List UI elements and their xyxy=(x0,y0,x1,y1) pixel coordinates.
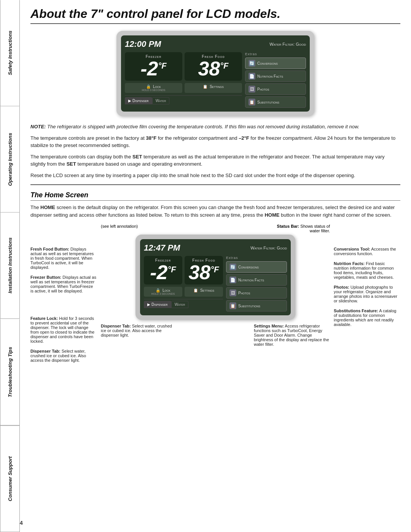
lcd-screen-top: 12:00 PM Water Filter: Good Freezer -2°F… xyxy=(121,35,310,112)
photos-btn-bottom[interactable]: 🖼 Photos xyxy=(226,287,287,299)
lcd-status-top: Water Filter: Good xyxy=(269,42,306,46)
substitutions-icon-bottom: 📋 xyxy=(229,302,236,309)
nutrition-btn-bottom[interactable]: 📄 Nutrition Facts xyxy=(226,274,287,286)
substitutions-icon-top: 📋 xyxy=(249,99,255,105)
page-number: 4 xyxy=(20,520,23,526)
lock-btn-bottom[interactable]: 🔒 Lock HOLD 3 SECONDS xyxy=(144,287,182,297)
conversions-icon-top: 🔄 xyxy=(249,60,255,67)
annot-fresh-food: Fresh Food Button: Displays actual as we… xyxy=(30,247,97,270)
home-screen-heading: The Home Screen xyxy=(30,191,400,201)
conversions-icon-bottom: 🔄 xyxy=(229,264,236,270)
page-title: About the 7" control panel for LCD model… xyxy=(30,7,400,24)
water-tab-top[interactable]: Water xyxy=(152,97,170,104)
nutrition-icon-top: 📄 xyxy=(249,73,255,80)
annot-status-bar: Status Bar: Shows status of water filter… xyxy=(269,224,330,233)
annot-photos-right: Photos: Upload photographs to your refri… xyxy=(334,285,400,303)
lcd-status-bottom: Water Filter: Good xyxy=(250,246,287,250)
annot-substitutions-right: Substitutions Feature: A catalog of subs… xyxy=(334,308,400,327)
extras-panel-bottom: Extras 🔄 Conversions 📄 Nutrition Facts 🖼 xyxy=(226,256,287,312)
freezer-temp-bottom: -2°F xyxy=(145,262,181,282)
substitutions-btn-top[interactable]: 📋 Substitutions xyxy=(245,96,306,108)
photos-icon-bottom: 🖼 xyxy=(229,289,236,296)
lcd-panel-top: 12:00 PM Water Filter: Good Freezer -2°F… xyxy=(116,31,314,116)
fresh-food-temp-top: 38°F xyxy=(186,59,241,78)
nutrition-icon-bottom: 📄 xyxy=(229,276,236,283)
sidebar-tab-installation[interactable]: Installation Instructions xyxy=(0,212,20,319)
sidebar-tab-consumer[interactable]: Consumer Support xyxy=(0,425,20,532)
sidebar: Safety Instructions Operating Instructio… xyxy=(0,0,20,532)
conversions-btn-bottom[interactable]: 🔄 Conversions xyxy=(226,261,287,273)
home-screen-body: The HOME screen is the default display o… xyxy=(30,204,400,219)
photos-btn-top[interactable]: 🖼 Photos xyxy=(245,83,306,95)
annot-conversions-right: Conversions Tool: Accesses the conversio… xyxy=(334,247,400,256)
extras-panel-top: Extras 🔄 Conversions 📄 Nutrition Facts 🖼… xyxy=(245,52,306,108)
note2: The temperature controls are preset in t… xyxy=(30,134,400,149)
diagram-section: Fresh Food Button: Displays actual as we… xyxy=(30,224,400,363)
annot-dispenser-bottom: Dispenser Tab: Select water, crushed ice… xyxy=(101,324,177,347)
lcd-time-top: 12:00 PM xyxy=(125,39,161,49)
annot-feature-lock: Feature Lock: Hold for 3 seconds to prev… xyxy=(30,316,97,343)
nutrition-btn-top[interactable]: 📄 Nutrition Facts xyxy=(245,70,306,82)
fresh-food-section-bottom: Fresh Food 38°F xyxy=(185,256,223,284)
sidebar-tab-troubleshooting[interactable]: Troubleshooting Tips xyxy=(0,319,20,425)
note4: Reset the LCD screen at any time by inse… xyxy=(30,172,400,179)
note3: The temperature controls can display bot… xyxy=(30,153,400,168)
annot-nutrition-right: Nutrition Facts: Find basic nutrition in… xyxy=(334,261,400,280)
lock-btn-top[interactable]: 🔒 Lock HOLD 3 SECONDS xyxy=(125,83,182,93)
water-tab-bottom[interactable]: Water xyxy=(171,301,189,308)
settings-btn-bottom[interactable]: 📋 Settings xyxy=(185,287,223,297)
freezer-temp-top: -2°F xyxy=(126,59,181,78)
fresh-food-temp-bottom: 38°F xyxy=(186,262,221,282)
section-divider xyxy=(30,184,400,185)
sidebar-tab-operating[interactable]: Operating Instructions xyxy=(0,106,20,212)
sidebar-tab-safety[interactable]: Safety Instructions xyxy=(0,0,20,106)
freezer-section-bottom: Freezer -2°F xyxy=(144,256,182,284)
annot-dispenser-tab: Dispenser Tab: Select water, crushed ice… xyxy=(30,349,97,363)
lcd-time-bottom: 12:47 PM xyxy=(144,243,180,253)
annot-freezer-btn: Freezer Button: Displays actual as well … xyxy=(30,275,97,293)
annot-fresh-food-top: (see left annotation) xyxy=(101,224,138,233)
conversions-btn-top[interactable]: 🔄 Conversions xyxy=(245,58,306,69)
substitutions-btn-bottom[interactable]: 📋 Substitutions xyxy=(226,300,287,312)
top-annotations: (see left annotation) Status Bar: Shows … xyxy=(101,224,330,233)
photos-icon-top: 🖼 xyxy=(249,86,255,93)
dispenser-tab-top[interactable]: ▶ Dispenser xyxy=(125,97,152,104)
annot-settings-bottom: Settings Menu: Access refrigerator funct… xyxy=(254,324,330,347)
note1: NOTE: The refrigerator is shipped with p… xyxy=(30,123,400,131)
freezer-section-top: Freezer -2°F xyxy=(125,52,182,81)
lcd-panel-bottom: 12:47 PM Water Filter: Good Freezer -2°F xyxy=(135,235,295,320)
lcd-screen-bottom: 12:47 PM Water Filter: Good Freezer -2°F xyxy=(140,239,291,315)
settings-btn-top[interactable]: 📋 Settings xyxy=(185,83,242,93)
dispenser-tab-bottom[interactable]: ▶ Dispenser xyxy=(144,301,171,308)
fresh-food-section-top: Fresh Food 38°F xyxy=(185,52,242,81)
